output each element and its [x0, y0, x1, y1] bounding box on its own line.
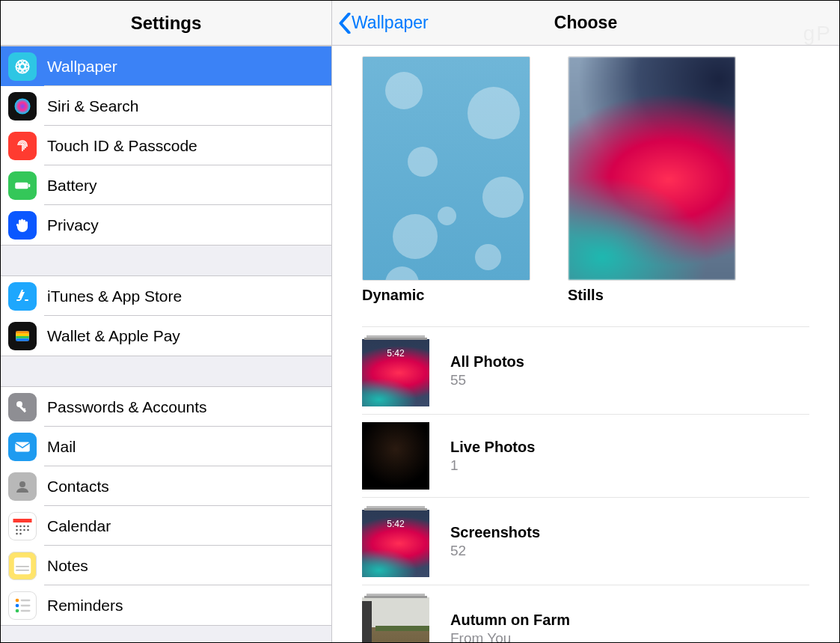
calendar-icon: [8, 512, 37, 540]
battery-icon: [8, 171, 37, 200]
svg-rect-18: [15, 442, 30, 451]
sidebar-item-calendar[interactable]: Calendar: [1, 506, 331, 546]
svg-point-30: [19, 532, 22, 534]
sidebar-item-wallet[interactable]: Wallet & Apple Pay: [1, 316, 331, 356]
album-all[interactable]: 5:42All Photos55: [362, 327, 809, 415]
sidebar-item-label: Privacy: [47, 216, 99, 234]
content: DynamicStills 5:42All Photos55Live Photo…: [332, 46, 839, 642]
svg-rect-8: [16, 299, 20, 301]
album-thumb: 5:42: [362, 510, 429, 577]
svg-point-29: [16, 532, 18, 534]
svg-point-22: [19, 525, 22, 527]
svg-rect-9: [25, 299, 28, 301]
album-subtitle: 1: [450, 457, 535, 474]
svg-point-19: [19, 481, 25, 487]
svg-point-24: [27, 525, 29, 527]
sidebar-item-label: Touch ID & Passcode: [47, 137, 197, 155]
svg-point-27: [23, 528, 25, 531]
album-subtitle: 52: [450, 543, 540, 559]
sidebar-item-passwords[interactable]: Passwords & Accounts: [1, 387, 331, 427]
sidebar-item-contacts[interactable]: Contacts: [1, 466, 331, 506]
sidebar-item-label: Wallet & Apple Pay: [47, 327, 180, 345]
album-live[interactable]: Live Photos1: [362, 415, 809, 498]
svg-rect-32: [16, 566, 29, 567]
svg-point-23: [23, 525, 25, 527]
settings-sidebar: Settings WallpaperSiri & SearchTouch ID …: [1, 1, 332, 642]
sidebar-body: WallpaperSiri & SearchTouch ID & Passcod…: [1, 46, 331, 626]
svg-point-21: [16, 525, 18, 527]
back-button[interactable]: Wallpaper: [332, 13, 429, 34]
sidebar-item-label: iTunes & App Store: [47, 287, 182, 305]
svg-rect-6: [15, 182, 28, 189]
album-title: Live Photos: [450, 439, 535, 456]
svg-rect-20: [13, 519, 32, 522]
wallpaper-category-dynamic[interactable]: Dynamic: [362, 56, 530, 304]
album-thumb: [362, 422, 429, 490]
svg-point-15: [16, 401, 22, 407]
lockscreen-time: 5:42: [362, 348, 429, 359]
sidebar-item-label: Calendar: [47, 517, 111, 535]
notes-icon: [8, 552, 37, 580]
svg-point-38: [16, 609, 19, 612]
album-title: All Photos: [450, 353, 524, 371]
sidebar-item-label: Reminders: [47, 597, 123, 615]
wallpaper-category-stills[interactable]: Stills: [568, 56, 736, 304]
svg-rect-7: [28, 183, 30, 186]
sidebar-item-battery[interactable]: Battery: [1, 165, 331, 205]
svg-rect-13: [16, 336, 28, 338]
siri-icon: [8, 92, 37, 121]
sidebar-item-wallpaper[interactable]: Wallpaper: [1, 46, 331, 86]
back-label: Wallpaper: [352, 13, 429, 33]
svg-point-36: [16, 603, 19, 607]
lockscreen-time: 5:42: [362, 519, 429, 529]
album-screenshots[interactable]: 5:42Screenshots52: [362, 498, 809, 585]
stills-preview: [568, 56, 736, 281]
dynamic-preview: [362, 56, 530, 281]
wallet-icon: [8, 322, 37, 350]
svg-point-34: [16, 598, 19, 602]
nav-bar: Wallpaper Choose gP: [332, 1, 839, 46]
hand-icon: [8, 211, 37, 240]
svg-rect-11: [16, 331, 28, 333]
category-label: Dynamic: [362, 287, 530, 304]
chevron-left-icon: [338, 13, 352, 34]
album-title: Screenshots: [450, 524, 540, 541]
sidebar-item-siri[interactable]: Siri & Search: [1, 86, 331, 126]
sidebar-item-touchid[interactable]: Touch ID & Passcode: [1, 126, 331, 165]
appstore-icon: [8, 282, 37, 311]
svg-rect-39: [21, 609, 31, 611]
wallpaper-categories: DynamicStills: [362, 56, 809, 304]
svg-rect-35: [21, 599, 31, 600]
svg-point-25: [16, 528, 18, 531]
sidebar-item-mail[interactable]: Mail: [1, 427, 331, 466]
category-label: Stills: [568, 287, 736, 304]
svg-point-26: [19, 528, 22, 531]
svg-point-5: [15, 98, 31, 114]
sidebar-item-label: Wallpaper: [47, 58, 117, 76]
sidebar-item-label: Mail: [47, 438, 76, 456]
svg-point-2: [16, 64, 28, 69]
sidebar-item-itunes[interactable]: iTunes & App Store: [1, 276, 331, 316]
sidebar-item-reminders[interactable]: Reminders: [1, 585, 331, 625]
sidebar-item-label: Contacts: [47, 478, 109, 496]
watermark: gP: [803, 22, 832, 46]
app-root: Settings WallpaperSiri & SearchTouch ID …: [0, 0, 840, 643]
sidebar-item-privacy[interactable]: Privacy: [1, 205, 331, 245]
contacts-icon: [8, 472, 37, 501]
album-thumb: 5:42: [362, 339, 429, 406]
svg-rect-33: [16, 570, 29, 571]
mail-icon: [8, 433, 37, 461]
album-thumb: [362, 597, 429, 642]
key-icon: [8, 393, 37, 421]
svg-rect-14: [16, 338, 28, 341]
album-subtitle: 55: [450, 372, 524, 388]
sidebar-item-label: Passwords & Accounts: [47, 398, 207, 416]
sidebar-item-notes[interactable]: Notes: [1, 546, 331, 585]
sidebar-item-label: Notes: [47, 557, 88, 575]
album-subtitle: From You: [450, 630, 570, 643]
detail-pane: Wallpaper Choose gP DynamicStills 5:42Al…: [332, 1, 839, 642]
album-autumn[interactable]: Autumn on FarmFrom You: [362, 585, 809, 642]
album-title: Autumn on Farm: [450, 612, 570, 629]
sidebar-item-label: Battery: [47, 177, 97, 195]
svg-rect-37: [21, 604, 31, 606]
